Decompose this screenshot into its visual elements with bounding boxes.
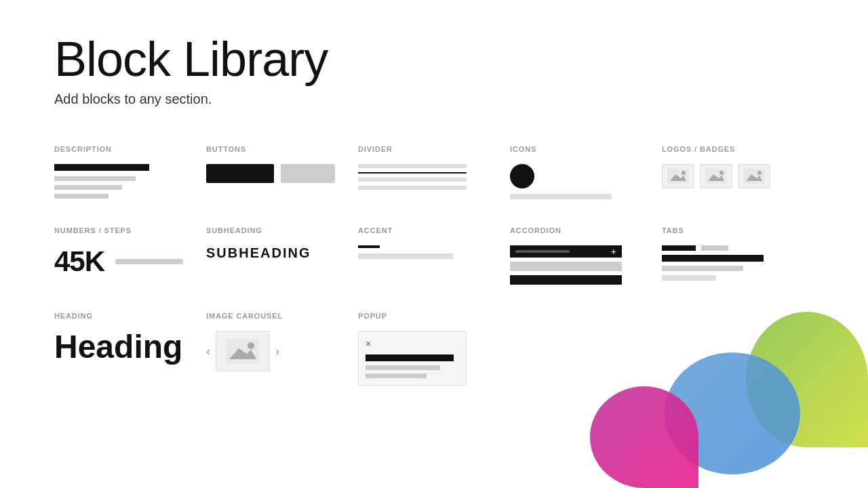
logos-preview (662, 164, 800, 188)
block-label-description: DESCRIPTION (54, 145, 193, 153)
heading-text: Heading (54, 329, 182, 365)
icon-text-line (510, 194, 612, 199)
desc-line-4 (54, 194, 108, 199)
blocks-row-3: HEADING Heading IMAGE CAROUSEL ‹ › (54, 301, 814, 396)
carousel-image (216, 331, 270, 371)
block-label-popup: POPUP (358, 312, 496, 320)
divider-preview (358, 164, 496, 190)
block-label-numbers: NUMBERS / STEPS (54, 226, 193, 235)
popup-close-icon[interactable]: × (366, 338, 459, 349)
block-subheading[interactable]: SUBHEADING SUBHEADING (206, 216, 358, 296)
number-line (115, 259, 183, 264)
icon-circle-preview (510, 164, 534, 188)
accordion-plus-icon: + (611, 246, 616, 257)
svg-point-8 (757, 171, 762, 175)
block-buttons[interactable]: BUTTONS (206, 134, 358, 210)
divider-line-1 (358, 164, 467, 168)
icons-preview (510, 164, 648, 199)
block-label-carousel: IMAGE CAROUSEL (206, 312, 344, 320)
carousel-arrow-right[interactable]: › (275, 344, 279, 359)
block-description[interactable]: DESCRIPTION (54, 134, 206, 210)
accordion-row-2 (510, 262, 622, 271)
block-label-tabs: TABS (662, 226, 800, 235)
carousel-arrow-left[interactable]: ‹ (206, 344, 210, 359)
svg-point-5 (719, 171, 724, 175)
button-dark-preview (206, 164, 274, 183)
tab-content-3 (662, 275, 716, 281)
block-image-carousel[interactable]: IMAGE CAROUSEL ‹ › (206, 301, 358, 396)
block-popup[interactable]: POPUP × (358, 301, 510, 396)
subheading-preview: SUBHEADING (206, 245, 344, 261)
accent-preview (358, 245, 496, 259)
description-preview (54, 164, 193, 199)
accordion-preview: + (510, 245, 648, 285)
logo-box-1 (662, 164, 694, 188)
block-label-heading: HEADING (54, 312, 193, 320)
blocks-row-1: DESCRIPTION BUTTONS DIVIDER (54, 134, 814, 210)
block-label-logos: LOGOS / BADGES (662, 145, 800, 153)
mountain-icon-3 (743, 169, 765, 184)
tab-inactive (701, 245, 728, 251)
mountain-icon-1 (667, 169, 689, 184)
divider-line-2 (358, 178, 467, 182)
tab-content-1 (662, 255, 764, 262)
carousel-preview: ‹ › (206, 331, 344, 371)
popup-line-2 (366, 365, 440, 370)
block-heading[interactable]: HEADING Heading (54, 301, 206, 396)
tab-content-2 (662, 266, 743, 271)
divider-line-3 (358, 186, 467, 190)
accordion-row-1: + (510, 245, 622, 258)
block-label-buttons: BUTTONS (206, 145, 344, 153)
accordion-row-1-line (515, 250, 570, 253)
logo-box-3 (738, 164, 770, 188)
block-logos-badges[interactable]: LOGOS / BADGES (662, 134, 814, 210)
desc-line-2 (54, 176, 136, 181)
popup-preview: × (358, 331, 467, 386)
block-divider[interactable]: DIVIDER (358, 134, 510, 210)
block-numbers-steps[interactable]: NUMBERS / STEPS 45K (54, 216, 206, 296)
block-icons[interactable]: ICONS (510, 134, 662, 210)
accordion-row-3 (510, 275, 622, 285)
blocks-row-2: NUMBERS / STEPS 45K SUBHEADING SUBHEADIN… (54, 216, 814, 296)
logo-box-2 (700, 164, 732, 188)
desc-line-1 (54, 164, 149, 171)
divider-line-bold (358, 172, 467, 174)
mountain-icon-2 (705, 169, 727, 184)
block-label-subheading: SUBHEADING (206, 226, 344, 235)
button-light-preview (281, 164, 335, 183)
block-label-divider: DIVIDER (358, 145, 496, 153)
accent-short-line (358, 245, 380, 248)
block-label-accent: ACCENT (358, 226, 496, 235)
buttons-preview (206, 164, 344, 183)
block-tabs[interactable]: TABS (662, 216, 814, 296)
block-label-accordion: ACCORDION (510, 226, 648, 235)
number-value: 45K (54, 245, 104, 278)
block-label-icons: ICONS (510, 145, 648, 153)
heading-preview: Heading (54, 331, 193, 363)
popup-line-3 (366, 373, 427, 378)
page-subtitle: Add blocks to any section. (54, 92, 814, 107)
block-accent[interactable]: ACCENT (358, 216, 510, 296)
svg-point-2 (682, 171, 686, 175)
desc-line-3 (54, 185, 122, 190)
popup-line-1 (366, 354, 454, 361)
svg-point-11 (248, 342, 254, 349)
accent-content-line (358, 253, 453, 259)
carousel-image-icon (226, 339, 259, 363)
subheading-text: SUBHEADING (206, 245, 311, 260)
block-accordion[interactable]: ACCORDION + (510, 216, 662, 296)
numbers-preview: 45K (54, 245, 193, 278)
tab-active (662, 245, 696, 251)
tabs-tab-row (662, 245, 800, 251)
main-content: Block Library Add blocks to any section.… (0, 0, 868, 429)
page-title: Block Library (54, 33, 814, 86)
tabs-preview (662, 245, 800, 281)
